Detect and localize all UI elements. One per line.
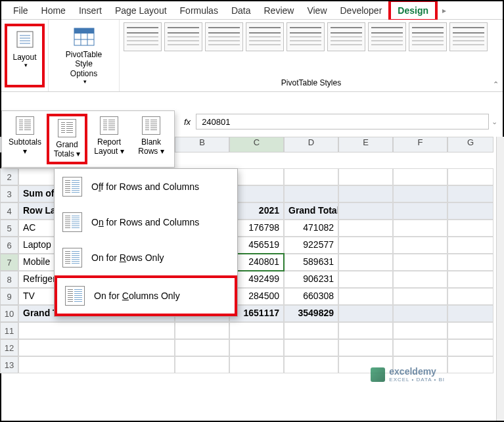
blank-rows-icon (142, 116, 160, 135)
chevron-down-icon: ▾ (120, 147, 124, 156)
table-row (18, 322, 496, 339)
expand-formula-icon[interactable]: ⌄ (492, 118, 497, 126)
cell-grand-total-hdr[interactable]: Grand Total (284, 202, 338, 220)
styles-gallery[interactable] (124, 22, 499, 51)
grand-totals-button[interactable]: Grand Totals ▾ (47, 114, 87, 164)
ribbon: Layout ▾ PivotTable Style Options ▾ Pivo… (1, 20, 503, 92)
row-header[interactable]: 2 (0, 168, 18, 185)
row-header[interactable]: 4 (0, 202, 18, 220)
tab-view[interactable]: View (300, 2, 333, 19)
row-header[interactable]: 13 (0, 356, 18, 373)
chevron-down-icon: ▾ (83, 78, 87, 85)
subtotals-icon (16, 116, 34, 135)
style-thumb[interactable] (449, 22, 488, 51)
subtotals-button[interactable]: Subtotals▾ (5, 114, 45, 164)
tab-design[interactable]: Design (388, 0, 438, 22)
gt-on-both[interactable]: On for Rows and Columns (55, 204, 237, 240)
row-header[interactable]: 6 (0, 237, 18, 254)
layout-label: Layout (12, 53, 36, 62)
chevron-down-icon: ▾ (76, 149, 80, 158)
gt-off[interactable]: Off for Rows and Columns (55, 169, 237, 204)
formula-bar: fx ⌄ (184, 110, 497, 133)
row-headers: 2 3 4 5 6 7 8 9 10 11 12 13 (0, 168, 18, 373)
layout-submenu: Subtotals▾ Grand Totals ▾ Report Layout … (1, 110, 175, 168)
col-header-c[interactable]: C (229, 137, 284, 152)
gt-cols-icon (65, 286, 85, 306)
col-header-b[interactable]: B (175, 137, 229, 152)
style-thumb[interactable] (246, 22, 284, 51)
col-header-e[interactable]: E (338, 137, 393, 152)
style-thumb[interactable] (124, 22, 162, 51)
fx-icon[interactable]: fx (184, 117, 191, 127)
row-header[interactable]: 9 (0, 288, 18, 305)
ribbon-tabs: File Home Insert Page Layout Formulas Da… (1, 1, 503, 20)
tab-file[interactable]: File (7, 2, 35, 19)
layout-icon (14, 29, 35, 50)
chevron-down-icon: ▾ (23, 147, 27, 156)
row-header[interactable]: 12 (0, 339, 18, 356)
blank-rows-button[interactable]: Blank Rows ▾ (131, 114, 172, 164)
formula-input[interactable] (196, 114, 489, 129)
col-header-f[interactable]: F (393, 137, 447, 152)
ribbon-layout-button[interactable]: Layout ▾ (5, 24, 44, 87)
report-layout-icon (100, 116, 118, 135)
col-header-d[interactable]: D (284, 137, 338, 152)
ptso-label: PivotTable Style Options (59, 50, 108, 78)
tab-data[interactable]: Data (225, 2, 258, 19)
exceldemy-logo-icon (371, 367, 385, 382)
table-row (18, 339, 496, 356)
vertical-scrollbar[interactable] (496, 137, 504, 421)
styles-caption: PivotTable Styles (124, 77, 499, 89)
gt-on-both-icon (62, 212, 82, 232)
svg-rect-0 (17, 32, 33, 47)
svg-rect-6 (74, 28, 94, 34)
tab-formulas[interactable]: Formulas (173, 2, 225, 19)
tab-insert[interactable]: Insert (72, 2, 108, 19)
style-thumb[interactable] (409, 22, 447, 51)
chevron-down-icon: ▾ (24, 62, 28, 68)
style-thumb[interactable] (205, 22, 243, 51)
tab-home[interactable]: Home (35, 2, 72, 19)
row-header[interactable]: 8 (0, 271, 18, 288)
row-header[interactable]: 3 (0, 185, 18, 202)
tab-developer[interactable]: Developer (334, 2, 389, 19)
gt-rows-only[interactable]: On for Rows Only (55, 240, 237, 275)
tabs-overflow-arrow-icon[interactable]: ▸ (438, 6, 451, 15)
row-header[interactable]: 10 (0, 305, 18, 322)
report-layout-button[interactable]: Report Layout ▾ (89, 114, 129, 164)
style-thumb[interactable] (327, 22, 365, 51)
gt-off-icon (62, 177, 82, 197)
ribbon-collapse-icon[interactable]: ⌃ (493, 80, 499, 89)
ribbon-styles-group: PivotTable Styles ⌃ (120, 20, 503, 91)
gt-rows-icon (62, 248, 82, 268)
watermark: exceldemy EXCEL • DATA • BI (371, 366, 445, 383)
row-header[interactable]: 11 (0, 322, 18, 339)
ribbon-pivottable-style-options[interactable]: PivotTable Style Options ▾ (54, 24, 114, 87)
row-header[interactable]: 7 (0, 254, 18, 271)
style-thumb[interactable] (286, 22, 325, 51)
grand-totals-icon (58, 119, 76, 137)
style-thumb[interactable] (368, 22, 406, 51)
table-grid-icon (74, 26, 95, 47)
gt-columns-only[interactable]: On for Columns Only (55, 275, 237, 316)
col-header-g[interactable]: G (447, 137, 493, 152)
style-thumb[interactable] (164, 22, 202, 51)
row-header[interactable]: 5 (0, 220, 18, 237)
tab-page-layout[interactable]: Page Layout (108, 2, 173, 19)
grand-totals-menu: Off for Rows and Columns On for Rows and… (54, 168, 238, 317)
chevron-down-icon: ▾ (160, 147, 164, 156)
tab-review[interactable]: Review (258, 2, 301, 19)
